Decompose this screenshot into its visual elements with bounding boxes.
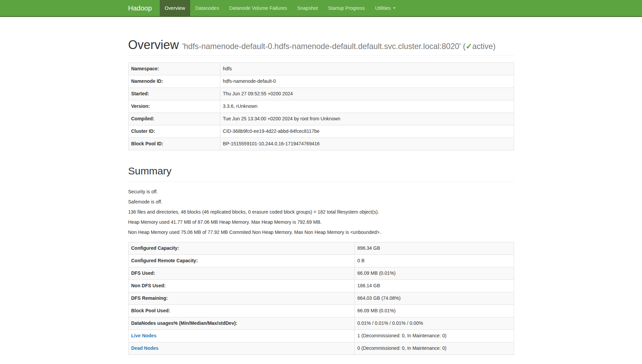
status-label: active: [472, 42, 493, 51]
row-label: Namespace:: [128, 63, 220, 75]
row-label: Non DFS Used:: [128, 280, 355, 292]
row-value: hdfs: [220, 63, 514, 75]
table-row: Non DFS Used: 186.14 GB: [128, 280, 514, 292]
namenode-address: 'hdfs-namenode-default-0.hdfs-namenode-d…: [182, 42, 461, 51]
nav-tab-datanode-volume-failures[interactable]: Datanode Volume Failures: [224, 0, 292, 16]
nav-tab-datanodes[interactable]: Datanodes: [190, 0, 224, 16]
row-value: 0 B: [355, 254, 514, 267]
row-value: Tue Jun 25 13:34:00 +0200 2024 by root f…: [220, 113, 514, 125]
nav-tab-overview[interactable]: Overview: [160, 0, 190, 16]
table-row: Block Pool Used: 66.09 MB (0.01%): [128, 305, 514, 317]
row-label: DataNodes usages% (Min/Median/Max/stdDev…: [128, 317, 355, 330]
table-row: Namespace: hdfs: [128, 63, 514, 75]
main-content: Overview 'hdfs-namenode-default-0.hdfs-n…: [123, 17, 519, 355]
row-label: DFS Used:: [128, 267, 355, 280]
table-row: Version: 3.3.6, rUnknown: [128, 100, 514, 113]
status-open-paren: (: [463, 42, 466, 51]
table-row: DFS Remaining: 664.03 GB (74.08%): [128, 292, 514, 305]
row-label: Block Pool Used:: [128, 305, 355, 317]
table-row: Dead Nodes 0 (Decommissioned: 0, In Main…: [128, 342, 514, 355]
nav-tab-snapshot[interactable]: Snapshot: [292, 0, 323, 16]
row-value: 664.03 GB (74.08%): [355, 292, 514, 305]
row-label: Cluster ID:: [128, 125, 220, 138]
cluster-metrics-table: Configured Capacity: 896.34 GB Configure…: [128, 242, 514, 355]
row-value: 66.09 MB (0.01%): [355, 305, 514, 317]
row-value: 0 (Decommissioned: 0, In Maintenance: 0): [355, 342, 514, 355]
dead-nodes-link[interactable]: Dead Nodes: [131, 345, 159, 351]
status-badge: (✓active): [463, 42, 495, 51]
row-value: BP-1515559101-10.244.0.16-1719474769416: [220, 138, 514, 150]
row-label: Configured Capacity:: [128, 242, 355, 254]
row-label: Compiled:: [128, 113, 220, 125]
row-label: DFS Remaining:: [128, 292, 355, 305]
row-value: Thu Jun 27 09:52:55 +0200 2024: [220, 88, 514, 100]
namenode-address-subtitle: 'hdfs-namenode-default-0.hdfs-namenode-d…: [182, 42, 496, 51]
summary-paragraphs: Security is off. Safemode is off. 136 fi…: [128, 189, 514, 236]
summary-section-header: Summary: [128, 164, 514, 182]
table-row: Cluster ID: CID-368b9fc0-ee19-4d22-abbd-…: [128, 125, 514, 138]
live-nodes-link[interactable]: Live Nodes: [131, 333, 157, 338]
row-label: Namenode ID:: [128, 75, 220, 88]
namenode-info-table: Namespace: hdfs Namenode ID: hdfs-nameno…: [128, 63, 514, 150]
chevron-down-icon: [393, 7, 396, 9]
brand-link[interactable]: Hadoop: [123, 0, 157, 16]
row-label: Version:: [128, 100, 220, 113]
page-title-text: Overview: [128, 38, 179, 52]
row-value: 186.14 GB: [355, 280, 514, 292]
nav-tab-utilities-dropdown[interactable]: Utilities: [370, 0, 401, 16]
table-row: DFS Used: 66.09 MB (0.01%): [128, 267, 514, 280]
summary-heading: Summary: [128, 164, 514, 178]
row-label: Block Pool ID:: [128, 138, 220, 150]
navbar-menu: Overview Datanodes Datanode Volume Failu…: [160, 0, 401, 16]
table-row: Configured Remote Capacity: 0 B: [128, 254, 514, 267]
row-label: Dead Nodes: [128, 342, 355, 355]
row-value: 66.09 MB (0.01%): [355, 267, 514, 280]
table-row: DataNodes usages% (Min/Median/Max/stdDev…: [128, 317, 514, 330]
table-row: Block Pool ID: BP-1515559101-10.244.0.16…: [128, 138, 514, 150]
row-value: 3.3.6, rUnknown: [220, 100, 514, 113]
heap-memory-text: Heap Memory used 41.77 MB of 87.06 MB He…: [128, 219, 514, 226]
table-row: Compiled: Tue Jun 25 13:34:00 +0200 2024…: [128, 113, 514, 125]
page-title: Overview 'hdfs-namenode-default-0.hdfs-n…: [128, 37, 514, 52]
table-row: Namenode ID: hdfs-namenode-default-0: [128, 75, 514, 88]
row-label: Live Nodes: [128, 330, 355, 342]
row-value: 1 (Decommissioned: 0, In Maintenance: 0): [355, 330, 514, 342]
nav-tab-startup-progress[interactable]: Startup Progress: [323, 0, 370, 16]
row-label: Configured Remote Capacity:: [128, 254, 355, 267]
checkmark-icon: ✓: [466, 42, 472, 51]
table-row: Live Nodes 1 (Decommissioned: 0, In Main…: [128, 330, 514, 342]
table-row: Started: Thu Jun 27 09:52:55 +0200 2024: [128, 88, 514, 100]
overview-page-header: Overview 'hdfs-namenode-default-0.hdfs-n…: [128, 37, 514, 56]
row-value: CID-368b9fc0-ee19-4d22-abbd-84fcec8117be: [220, 125, 514, 138]
security-status-text: Security is off.: [128, 189, 514, 195]
status-close-paren: ): [493, 42, 495, 51]
row-value: hdfs-namenode-default-0: [220, 75, 514, 88]
nav-tab-utilities-label: Utilities: [375, 5, 391, 12]
row-value: 896.34 GB: [355, 242, 514, 254]
safemode-status-text: Safemode is off.: [128, 199, 514, 205]
row-label: Started:: [128, 88, 220, 100]
navbar-container: Hadoop Overview Datanodes Datanode Volum…: [123, 0, 519, 16]
filesystem-objects-text: 136 files and directories, 46 blocks (46…: [128, 209, 514, 216]
row-value: 0.01% / 0.01% / 0.01% / 0.00%: [355, 317, 514, 330]
non-heap-memory-text: Non Heap Memory used 75.06 MB of 77.92 M…: [128, 229, 514, 236]
navbar: Hadoop Overview Datanodes Datanode Volum…: [0, 0, 642, 17]
table-row: Configured Capacity: 896.34 GB: [128, 242, 514, 254]
